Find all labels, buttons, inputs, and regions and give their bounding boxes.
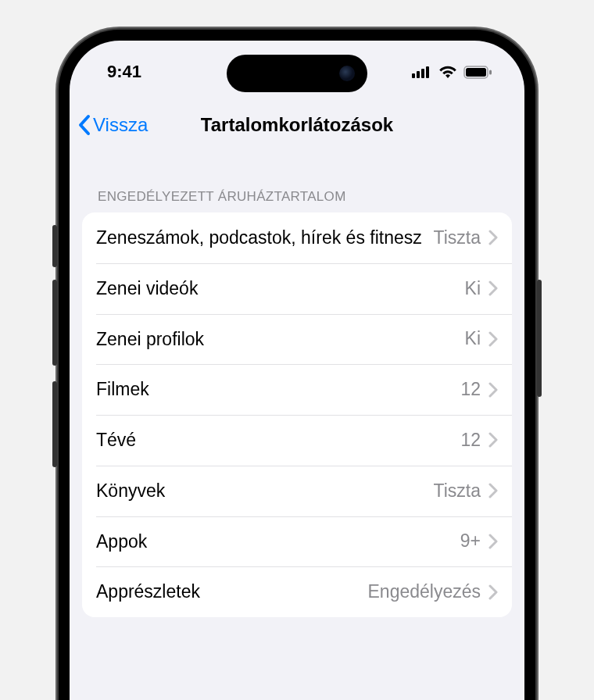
row-value: Ki [465,328,481,349]
row-label: Tévé [96,429,460,452]
chevron-right-icon [488,382,498,398]
status-time: 9:41 [107,62,141,82]
nav-bar: Vissza Tartalomkorlátozások [70,103,524,147]
cellular-icon [412,66,432,78]
row-label: Könyvek [96,480,434,502]
chevron-right-icon [488,331,498,347]
battery-icon [463,66,492,79]
chevron-right-icon [488,584,498,600]
row-music-videos[interactable]: Zenei videók Ki [82,263,512,314]
row-value: 12 [460,379,481,400]
back-button[interactable]: Vissza [77,114,148,136]
svg-rect-3 [426,66,429,78]
chevron-right-icon [488,230,498,245]
row-label: Filmek [96,378,460,401]
row-label: Zeneszámok, podcastok, hírek és fitnesz [96,227,434,249]
row-value: Ki [465,278,481,299]
chevron-right-icon [488,483,498,498]
svg-rect-5 [466,68,486,77]
row-label: Appok [96,530,460,553]
chevron-right-icon [488,280,498,296]
row-label: Zenei profilok [96,328,465,351]
wifi-icon [438,65,457,79]
row-label: Zenei videók [96,277,465,300]
row-value: Tiszta [434,480,481,502]
row-music-podcasts[interactable]: Zeneszámok, podcastok, hírek és fitnesz … [82,212,512,263]
back-label: Vissza [93,114,148,136]
row-value: Tiszta [434,227,481,248]
row-value: 12 [460,430,481,451]
row-books[interactable]: Könyvek Tiszta [82,466,512,516]
chevron-right-icon [488,432,498,448]
front-camera [339,66,355,81]
section-header: ENGEDÉLYEZETT ÁRUHÁZTARTALOM [98,189,512,205]
row-tv[interactable]: Tévé 12 [82,415,512,466]
svg-rect-0 [412,73,415,78]
svg-rect-2 [421,69,424,78]
svg-rect-1 [417,71,420,78]
svg-rect-6 [489,70,492,74]
row-apps[interactable]: Appok 9+ [82,516,512,567]
row-movies[interactable]: Filmek 12 [82,364,512,415]
row-value: Engedélyezés [368,581,481,602]
chevron-left-icon [77,114,91,136]
dynamic-island [227,55,367,92]
row-label: Apprészletek [96,580,368,603]
row-value: 9+ [460,530,481,552]
settings-list: Zeneszámok, podcastok, hírek és fitnesz … [82,212,512,617]
row-app-clips[interactable]: Apprészletek Engedélyezés [82,566,512,617]
chevron-right-icon [488,534,498,549]
row-music-profiles[interactable]: Zenei profilok Ki [82,314,512,365]
